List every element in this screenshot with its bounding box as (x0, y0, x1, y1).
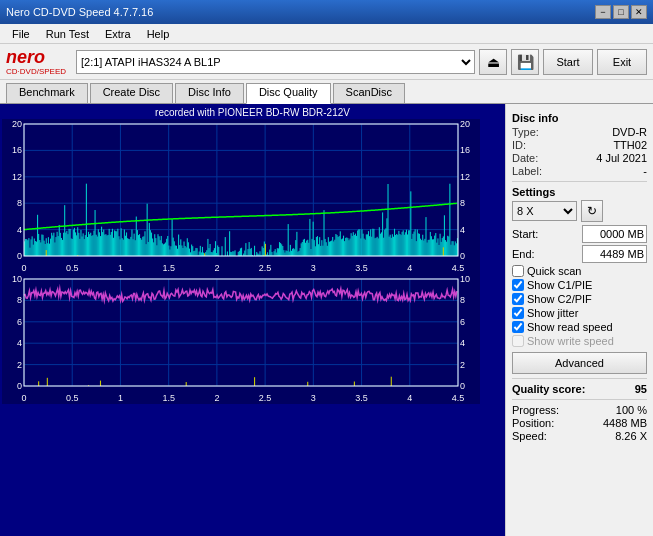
disc-type-row: Type: DVD-R (512, 126, 647, 138)
logo: nero CD·DVD/SPEED (6, 48, 66, 76)
menu-run-test[interactable]: Run Test (38, 27, 97, 41)
disc-type-value: DVD-R (612, 126, 647, 138)
show-read-speed-label: Show read speed (527, 321, 613, 333)
progress-row: Progress: 100 % (512, 404, 647, 416)
quick-scan-checkbox[interactable] (512, 265, 524, 277)
disc-id-value: TTH02 (613, 139, 647, 151)
quality-score-value: 95 (635, 383, 647, 395)
speed-select[interactable]: 8 X Max 1 X 2 X 4 X 16 X (512, 201, 577, 221)
position-label: Position: (512, 417, 554, 429)
toolbar: nero CD·DVD/SPEED [2:1] ATAPI iHAS324 A … (0, 44, 653, 80)
disc-label-label: Label: (512, 165, 542, 177)
tab-disc-quality[interactable]: Disc Quality (246, 83, 331, 104)
speed-value: 8.26 X (615, 430, 647, 442)
menu-help[interactable]: Help (139, 27, 178, 41)
tab-scan-disc[interactable]: ScanDisc (333, 83, 405, 103)
disc-id-row: ID: TTH02 (512, 139, 647, 151)
minimize-button[interactable]: − (595, 5, 611, 19)
disc-date-value: 4 Jul 2021 (596, 152, 647, 164)
show-c2-row[interactable]: Show C2/PIF (512, 293, 647, 305)
quality-score-label: Quality score: (512, 383, 585, 395)
divider-2 (512, 378, 647, 379)
close-button[interactable]: ✕ (631, 5, 647, 19)
show-c1-checkbox[interactable] (512, 279, 524, 291)
show-write-speed-label: Show write speed (527, 335, 614, 347)
speed-label: Speed: (512, 430, 547, 442)
show-jitter-row[interactable]: Show jitter (512, 307, 647, 319)
start-row: Start: (512, 225, 647, 243)
tab-benchmark[interactable]: Benchmark (6, 83, 88, 103)
show-c2-label: Show C2/PIF (527, 293, 592, 305)
quick-scan-label: Quick scan (527, 265, 581, 277)
quality-score-row: Quality score: 95 (512, 383, 647, 395)
menu-extra[interactable]: Extra (97, 27, 139, 41)
progress-value: 100 % (616, 404, 647, 416)
show-jitter-checkbox[interactable] (512, 307, 524, 319)
position-row: Position: 4488 MB (512, 417, 647, 429)
save-button[interactable]: 💾 (511, 49, 539, 75)
advanced-button[interactable]: Advanced (512, 352, 647, 374)
menu-bar: File Run Test Extra Help (0, 24, 653, 44)
show-c1-row[interactable]: Show C1/PIE (512, 279, 647, 291)
upper-chart (2, 119, 480, 274)
disc-info-title: Disc info (512, 112, 647, 124)
progress-label: Progress: (512, 404, 559, 416)
start-label: Start: (512, 228, 538, 240)
eject-button[interactable]: ⏏ (479, 49, 507, 75)
speed-setting-row: 8 X Max 1 X 2 X 4 X 16 X ↻ (512, 200, 647, 222)
end-label: End: (512, 248, 535, 260)
start-input[interactable] (582, 225, 647, 243)
end-row: End: (512, 245, 647, 263)
show-read-speed-checkbox[interactable] (512, 321, 524, 333)
disc-label-value: - (643, 165, 647, 177)
title-bar: Nero CD-DVD Speed 4.7.7.16 − □ ✕ (0, 0, 653, 24)
settings-title: Settings (512, 186, 647, 198)
start-button[interactable]: Start (543, 49, 593, 75)
exit-button[interactable]: Exit (597, 49, 647, 75)
show-jitter-label: Show jitter (527, 307, 578, 319)
tab-create-disc[interactable]: Create Disc (90, 83, 173, 103)
sidebar: Disc info Type: DVD-R ID: TTH02 Date: 4 … (505, 104, 653, 536)
divider-1 (512, 181, 647, 182)
chart-title: recorded with PIONEER BD-RW BDR-212V (2, 106, 503, 119)
menu-file[interactable]: File (4, 27, 38, 41)
show-write-speed-checkbox (512, 335, 524, 347)
progress-section: Progress: 100 % Position: 4488 MB Speed:… (512, 404, 647, 442)
tab-disc-info[interactable]: Disc Info (175, 83, 244, 103)
disc-date-label: Date: (512, 152, 538, 164)
divider-3 (512, 399, 647, 400)
show-c1-label: Show C1/PIE (527, 279, 592, 291)
disc-date-row: Date: 4 Jul 2021 (512, 152, 647, 164)
nero-logo-text: nero (6, 48, 66, 66)
quick-scan-row[interactable]: Quick scan (512, 265, 647, 277)
disc-label-row: Label: - (512, 165, 647, 177)
title-text: Nero CD-DVD Speed 4.7.7.16 (6, 6, 153, 18)
tab-bar: Benchmark Create Disc Disc Info Disc Qua… (0, 80, 653, 104)
refresh-button[interactable]: ↻ (581, 200, 603, 222)
show-write-speed-row: Show write speed (512, 335, 647, 347)
position-value: 4488 MB (603, 417, 647, 429)
speed-row: Speed: 8.26 X (512, 430, 647, 442)
window-controls: − □ ✕ (595, 5, 647, 19)
disc-id-label: ID: (512, 139, 526, 151)
maximize-button[interactable]: □ (613, 5, 629, 19)
nero-logo-sub: CD·DVD/SPEED (6, 67, 66, 76)
show-c2-checkbox[interactable] (512, 293, 524, 305)
lower-chart (2, 274, 480, 404)
show-read-speed-row[interactable]: Show read speed (512, 321, 647, 333)
chart-area: recorded with PIONEER BD-RW BDR-212V (0, 104, 505, 536)
drive-select[interactable]: [2:1] ATAPI iHAS324 A BL1P (76, 50, 475, 74)
main-content: recorded with PIONEER BD-RW BDR-212V Dis… (0, 104, 653, 536)
disc-type-label: Type: (512, 126, 539, 138)
end-input[interactable] (582, 245, 647, 263)
